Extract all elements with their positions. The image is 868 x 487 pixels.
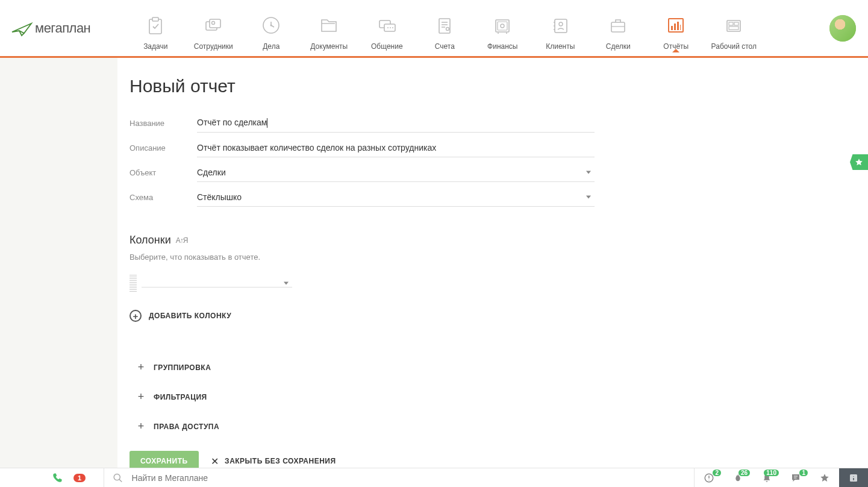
dashboard-icon (719, 13, 748, 37)
field-scheme[interactable]: Стёклышко (197, 188, 595, 207)
label-description: Описание (130, 143, 197, 152)
nav-label: Сделки (606, 42, 631, 51)
nav-reports[interactable]: Отчёты (647, 6, 705, 51)
close-icon: ✕ (211, 456, 219, 467)
cancel-button[interactable]: ✕ ЗАКРЫТЬ БЕЗ СОХРАНЕНИЯ (211, 456, 336, 467)
section-grouping[interactable]: + ГРУППИРОВКА (137, 361, 844, 374)
sort-az-icon[interactable]: А↑Я (176, 236, 188, 245)
bell-icon-button[interactable]: 110 (752, 468, 781, 471)
svg-rect-28 (729, 27, 738, 30)
nav-desktop[interactable]: Рабочий стол (705, 6, 763, 51)
svg-rect-1 (152, 17, 158, 21)
chat-icon (372, 13, 401, 37)
nav-label: Клиенты (546, 42, 575, 51)
nav-label: Дела (263, 42, 279, 51)
nav-invoices[interactable]: Счета (416, 6, 473, 51)
add-column-label: ДОБАВИТЬ КОЛОНКУ (149, 312, 231, 320)
logo[interactable]: мегаплан (11, 20, 90, 37)
svg-point-13 (446, 27, 449, 30)
drag-handle-icon[interactable] (130, 275, 137, 292)
top-nav: Задачи Сотрудники Дела Документы Общение… (126, 6, 763, 51)
briefcase-icon (604, 13, 632, 37)
permissions-label: ПРАВА ДОСТУПА (154, 423, 219, 431)
nav-affairs[interactable]: Дела (242, 6, 300, 51)
filtering-label: ФИЛЬТРАЦИЯ (154, 393, 207, 401)
row-object: Объект Сделки (130, 163, 844, 182)
name-value: Отчёт по сделкам (197, 118, 267, 127)
scheme-value: Стёклышко (197, 192, 242, 202)
text-cursor (267, 118, 267, 128)
folder-icon (314, 13, 343, 37)
brand-text: мегаплан (35, 20, 90, 36)
sidebar (0, 58, 117, 471)
svg-rect-24 (680, 25, 681, 30)
add-column-button[interactable]: + ДОБАВИТЬ КОЛОНКУ (130, 310, 844, 322)
svg-point-11 (392, 27, 393, 28)
nav-label: Задачи (143, 42, 167, 51)
chat-icon-button[interactable]: 1 (781, 468, 810, 471)
global-search[interactable] (104, 468, 695, 471)
nav-label: Документы (310, 42, 348, 51)
column-select[interactable] (142, 280, 292, 287)
field-object[interactable]: Сделки (197, 163, 595, 182)
svg-rect-12 (439, 19, 450, 33)
status-icons: 2 26 110 1 (695, 468, 868, 471)
chevron-down-icon (284, 281, 289, 284)
field-description[interactable]: Отчёт показывает количество сделок на ра… (197, 139, 595, 157)
main: Новый отчет Название Отчёт по сделкам Оп… (0, 58, 868, 471)
columns-title-text: Колонки (130, 234, 171, 247)
nav-clients[interactable]: Клиенты (531, 6, 589, 51)
row-name: Название Отчёт по сделкам (130, 113, 844, 133)
plus-circle-icon: + (130, 310, 142, 322)
addressbook-icon (546, 13, 575, 37)
chart-icon (661, 13, 690, 37)
columns-title: Колонки А↑Я (130, 234, 844, 247)
svg-rect-26 (729, 22, 733, 25)
content: Новый отчет Название Отчёт по сделкам Оп… (117, 58, 868, 471)
nav-communication[interactable]: Общение (358, 6, 416, 51)
grouping-label: ГРУППИРОВКА (154, 363, 211, 372)
svg-point-18 (559, 22, 563, 26)
section-filtering[interactable]: + ФИЛЬТРАЦИЯ (137, 391, 844, 403)
svg-point-9 (387, 27, 389, 28)
invoice-icon (430, 13, 459, 37)
bottombar: 1 2 26 110 1 (0, 468, 868, 471)
nav-tasks[interactable]: Задачи (126, 6, 184, 51)
header: мегаплан Задачи Сотрудники Дела Документ… (0, 0, 868, 58)
cancel-label: ЗАКРЫТЬ БЕЗ СОХРАНЕНИЯ (225, 457, 336, 465)
svg-rect-19 (611, 22, 625, 32)
star-icon (855, 158, 863, 166)
plus-icon: + (137, 420, 145, 433)
fire-icon-button[interactable]: 26 (723, 468, 752, 471)
svg-rect-27 (734, 22, 738, 25)
chat-badge: 1 (799, 470, 808, 471)
svg-rect-15 (498, 22, 507, 30)
nav-label: Финансы (487, 42, 517, 51)
row-description: Описание Отчёт показывает количество сде… (130, 139, 844, 157)
employees-icon (199, 13, 228, 37)
section-permissions[interactable]: + ПРАВА ДОСТУПА (137, 420, 844, 433)
field-name[interactable]: Отчёт по сделкам (197, 113, 595, 133)
nav-finance[interactable]: Финансы (473, 6, 531, 51)
user-avatar[interactable] (829, 15, 856, 42)
nav-label: Рабочий стол (711, 42, 757, 51)
feedback-tab[interactable] (850, 154, 868, 170)
nav-documents[interactable]: Документы (300, 6, 358, 51)
alerts-icon-button[interactable]: 2 (695, 468, 723, 471)
label-object: Объект (130, 168, 197, 177)
safe-icon (488, 13, 517, 37)
chevron-down-icon (586, 196, 591, 199)
favorite-icon-button[interactable] (810, 468, 839, 471)
page-title: Новый отчет (130, 76, 844, 96)
paper-plane-icon (11, 20, 35, 37)
nav-deals[interactable]: Сделки (589, 6, 647, 51)
nav-label: Сотрудники (194, 42, 233, 51)
svg-point-10 (390, 27, 391, 28)
nav-employees[interactable]: Сотрудники (184, 6, 242, 51)
plus-icon: + (137, 361, 145, 374)
alerts-badge: 2 (713, 470, 721, 471)
plus-icon: + (137, 391, 145, 403)
object-value: Сделки (197, 168, 226, 177)
system-icon-button[interactable] (839, 468, 868, 471)
columns-subtitle: Выберите, что показывать в отчете. (130, 253, 844, 262)
